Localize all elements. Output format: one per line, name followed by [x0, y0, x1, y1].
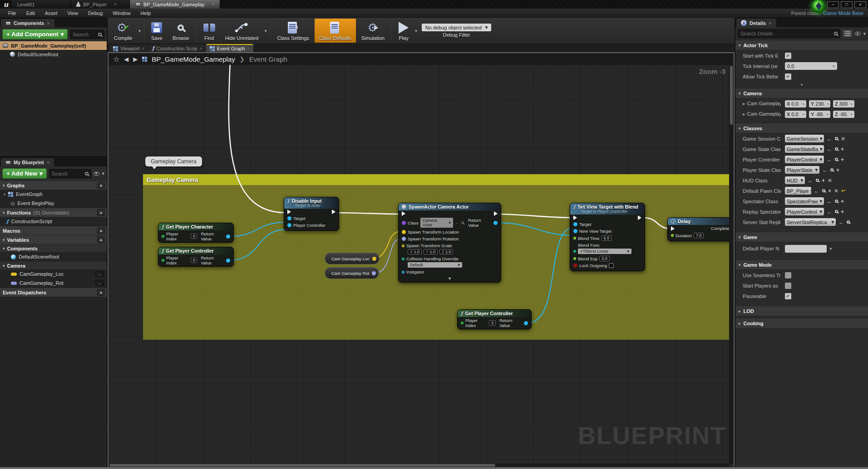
class-dropdown[interactable]: Camera Actor▾ — [420, 218, 453, 228]
return-value-pin[interactable] — [493, 221, 498, 225]
chevron-down-icon[interactable]: ▾ — [102, 171, 104, 176]
hud-class-dropdown[interactable]: HUD▾ — [785, 176, 805, 184]
default-pawn-dropdown[interactable]: BP_Playe▾ — [785, 187, 811, 195]
exec-in-pin[interactable] — [402, 211, 405, 216]
minimize-button[interactable]: – — [827, 1, 839, 8]
spectator-class-dropdown[interactable]: SpectatorPaw▾ — [785, 197, 824, 205]
node-get-player-controller-2[interactable]: ƒGet Player Controller Player Index 0 Re… — [457, 309, 532, 329]
construction-script-item[interactable]: ƒ ConstructionScript — [0, 217, 107, 226]
duration-pin[interactable] — [671, 234, 674, 237]
event-beginplay-item[interactable]: ◇ Event BeginPlay — [0, 199, 107, 208]
replay-spectator-dropdown[interactable]: PlayerControl▾ — [785, 208, 824, 215]
asset-tab-bp-player[interactable]: BP_Player × — [71, 0, 130, 9]
browse-icon[interactable] — [847, 220, 850, 224]
player-controller-dropdown[interactable]: PlayerControl▾ — [785, 156, 824, 163]
exec-out-pin[interactable] — [638, 215, 641, 220]
use-selected-icon[interactable]: ← — [827, 209, 832, 215]
completed-exec-pin[interactable] — [734, 226, 735, 231]
component-item-scene-root[interactable]: DefaultSceneRoot — [0, 50, 107, 59]
variable-cam-loc[interactable]: CamGameplay_Loc ⌄ — [0, 269, 107, 278]
pauseable-checkbox[interactable]: ✔ — [785, 293, 791, 299]
node-cam-gameplay-rot[interactable]: Cam Gameplay Rot — [325, 267, 379, 279]
details-search-input[interactable] — [740, 31, 834, 36]
menu-debug[interactable]: Debug — [84, 10, 107, 17]
close-icon[interactable]: × — [769, 20, 771, 26]
menu-window[interactable]: Window — [108, 10, 135, 17]
player-index-pin[interactable] — [461, 322, 464, 324]
functions-section-header[interactable]: ▾ Functions (31 Overridable) + — [0, 208, 107, 217]
cam-rot-x[interactable]: X0.0↘ — [785, 111, 806, 118]
components-search-input[interactable] — [73, 32, 98, 37]
property-matrix-icon[interactable] — [843, 29, 853, 38]
section-game-mode[interactable]: ▾Game Mode — [735, 259, 868, 270]
section-actor-tick[interactable]: ▾Actor Tick — [735, 40, 868, 50]
node-disable-input[interactable]: ƒDisable Input Target is Actor Target Pl… — [284, 197, 339, 231]
new-view-target-pin[interactable] — [573, 229, 577, 233]
maximize-button[interactable]: □ — [841, 1, 853, 8]
return-value-pin[interactable] — [226, 259, 230, 263]
exec-in-pin[interactable] — [287, 210, 291, 214]
use-selected-icon[interactable]: ← — [827, 146, 832, 152]
node-get-player-controller[interactable]: ƒGet Player Controller Player Index 0 Re… — [158, 247, 234, 267]
lock-outgoing-checkbox[interactable] — [609, 263, 614, 268]
add-macro-button[interactable]: + — [97, 227, 105, 234]
add-function-button[interactable]: + — [97, 209, 105, 216]
section-camera[interactable]: ▾Camera — [735, 88, 868, 98]
visibility-filter-icon[interactable] — [94, 172, 99, 176]
spawn-location-pin[interactable] — [402, 230, 406, 234]
node-expand-chevron[interactable]: ▾ — [399, 275, 501, 282]
add-component-button[interactable]: + Add Component ▾ — [2, 29, 68, 39]
class-pin[interactable] — [402, 221, 406, 225]
reset-to-default-icon[interactable]: ↩ — [841, 188, 845, 194]
components-search[interactable] — [70, 30, 104, 39]
tutorial-icon[interactable] — [812, 0, 825, 13]
vector-out-pin[interactable] — [372, 257, 376, 261]
start-with-tick-checkbox[interactable]: ✔ — [785, 53, 791, 59]
player-index-pin[interactable] — [162, 259, 164, 262]
exec-out-pin[interactable] — [494, 211, 498, 216]
cam-rot-y[interactable]: Y-88.↘ — [809, 111, 830, 118]
use-selected-icon[interactable]: ← — [827, 156, 832, 163]
close-icon[interactable]: × — [47, 160, 49, 165]
variables-section-header[interactable]: ▾ Variables + — [0, 235, 107, 244]
browse-icon[interactable] — [835, 137, 838, 140]
node-get-player-character[interactable]: ƒGet Player Character Player Index 0 Ret… — [158, 223, 234, 243]
blend-time-pin[interactable] — [573, 237, 576, 239]
use-selected-icon[interactable]: ← — [838, 219, 844, 225]
browse-button[interactable]: Browse — [168, 19, 194, 43]
game-session-dropdown[interactable]: GameSession▾ — [785, 135, 824, 142]
scrollbar-thumb[interactable] — [109, 464, 495, 467]
class-settings-button[interactable]: ⚙ Class Settings — [273, 19, 314, 43]
use-selected-icon[interactable]: ← — [808, 177, 813, 184]
class-defaults-button[interactable]: ✔ Class Defaults — [315, 19, 356, 43]
construction-script-tab[interactable]: ƒ Construction Scrip × — [148, 44, 206, 52]
return-value-pin[interactable] — [524, 321, 528, 325]
hide-unrelated-caret[interactable]: ▾ — [265, 29, 267, 33]
section-cooking[interactable]: ▸Cooking — [735, 318, 868, 328]
nav-forward-icon[interactable]: ▶ — [133, 56, 138, 63]
browse-icon[interactable] — [835, 158, 838, 161]
exec-in-pin[interactable] — [671, 226, 675, 231]
menu-asset[interactable]: Asset — [40, 10, 62, 17]
close-icon[interactable]: × — [247, 46, 250, 51]
node-spawnactor-camera-actor[interactable]: SpawnActor Camera Actor Class Camera Act… — [398, 203, 501, 283]
compile-button[interactable]: ⚙✔ Compile — [109, 19, 137, 43]
my-blueprint-tab[interactable]: My Blueprint × — [1, 158, 54, 166]
visibility-filter-icon[interactable] — [855, 32, 861, 35]
blend-exp-pin[interactable] — [573, 257, 576, 260]
rotator-out-pin[interactable] — [372, 271, 376, 275]
save-button[interactable]: Save — [147, 19, 167, 43]
find-button[interactable]: Find — [199, 19, 220, 43]
clear-icon[interactable]: ✕ — [841, 136, 845, 142]
chevron-down-icon[interactable]: ▾ — [829, 246, 832, 252]
new-asset-icon[interactable]: + — [841, 156, 844, 163]
collapse-icon[interactable]: ▾ — [4, 192, 5, 196]
parent-class-link[interactable]: Game Mode Base — [823, 10, 863, 16]
tick-interval-input[interactable]: 0.0↘ — [785, 62, 837, 70]
horizontal-scrollbar[interactable] — [108, 464, 729, 467]
play-button[interactable]: Play — [394, 19, 413, 43]
scrollbar-thumb[interactable] — [730, 66, 733, 125]
use-selected-icon[interactable]: ← — [822, 167, 828, 173]
cam-loc-y[interactable]: Y230.↘ — [809, 100, 830, 107]
spawn-scale-pin[interactable] — [402, 244, 404, 247]
